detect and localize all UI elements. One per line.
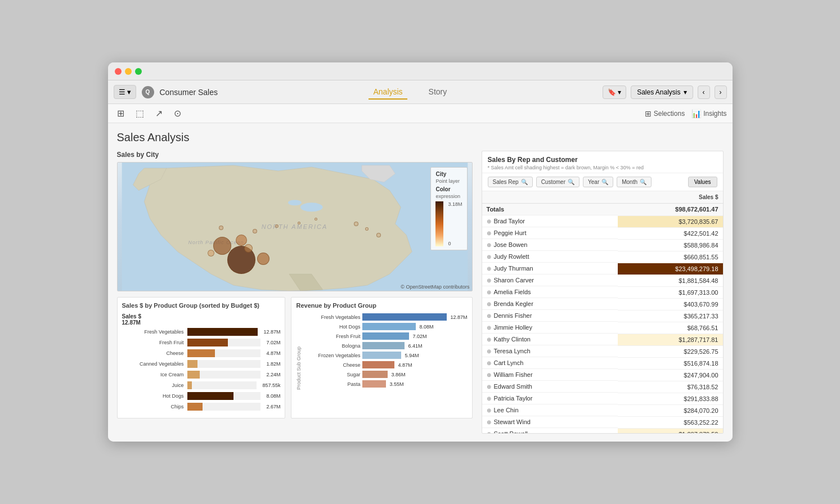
map-section-title: Sales by City [117,151,473,159]
city-bubble-6 [219,226,223,230]
tab-analysis[interactable]: Analysis [369,85,407,100]
expand-icon[interactable]: ⊕ [487,289,491,295]
totals-label: Totals [487,206,505,213]
rep-name-cell: ⊕Scott Powell [482,428,618,433]
rev-value: 7.02M [412,334,426,339]
selections-label: Selections [654,110,685,118]
table-row: ⊕Scott Powell$1,287,879.52 [482,428,723,433]
rev-row: Pasta 3.55M [304,380,467,388]
table-row: ⊕Teresa Lynch$229,526.75 [482,345,723,357]
rep-name-cell: ⊕Teresa Lynch [482,345,618,357]
rev-value: 3.55M [389,381,403,387]
rev-row: Cheese 4.87M [304,361,467,368]
maximize-button[interactable] [135,68,142,75]
sub-toolbar-btn-1[interactable]: ⊞ [114,107,128,120]
hamburger-button[interactable]: ☰ ▾ [114,85,136,99]
expand-icon[interactable]: ⊕ [487,419,491,425]
svg-point-2 [288,200,302,205]
sub-toolbar-btn-3[interactable]: ↗ [152,107,166,120]
rep-name-cell: ⊕Peggie Hurt [482,227,618,239]
rep-name: Sharon Carver [494,277,534,284]
map-svg [118,163,472,291]
city-bubble-5 [208,250,214,256]
bar-value: 12.87M [263,329,280,335]
expand-icon[interactable]: ⊕ [487,395,491,402]
bar-row: Ice Cream 2.24M [122,371,281,379]
expand-icon[interactable]: ⊕ [487,431,491,434]
filter-row: Sales Rep🔍Customer🔍Year🔍Month🔍Values [482,173,723,191]
rep-name: Jose Bowen [494,241,528,248]
sheet-selector[interactable]: Sales Analysis ▾ [631,86,693,99]
selections-button[interactable]: ⊞ Selections [645,109,685,118]
sheet-selector-label: Sales Analysis [637,88,680,96]
bar-track [187,349,261,357]
rep-name-cell: ⊕William Fisher [482,369,618,381]
bookmark-button[interactable]: 🔖 ▾ [603,86,626,99]
filter-chip-month[interactable]: Month🔍 [617,177,652,187]
rep-name-cell: ⊕Jose Bowen [482,239,618,251]
tab-story[interactable]: Story [424,85,452,100]
rep-name: Edward Smith [494,383,532,390]
sub-toolbar-btn-2[interactable]: ⬚ [132,107,147,120]
table-row: ⊕Jose Bowen$588,986.84 [482,239,723,251]
insights-button[interactable]: 📊 Insights [691,109,726,118]
expand-icon[interactable]: ⊕ [487,372,491,378]
insights-label: Insights [703,110,726,118]
sales-by-product-title: Sales $ by Product Group (sorted by Budg… [122,302,281,309]
sales-highlight-val: 12.87M [122,320,141,326]
rev-label: Bologna [304,343,360,349]
expand-icon[interactable]: ⊕ [487,336,491,343]
filter-chip-year[interactable]: Year🔍 [583,177,613,187]
rep-name: Patricia Taylor [494,395,533,402]
expand-icon[interactable]: ⊕ [487,313,491,319]
rev-label: Fresh Fruit [304,334,360,339]
nav-next-button[interactable]: › [715,86,727,99]
rep-name: Judy Thurman [494,265,533,272]
selections-grid-icon: ⊞ [645,109,652,118]
expand-icon[interactable]: ⊕ [487,254,491,260]
bar-label: Ice Cream [122,372,184,377]
table-row: ⊕Brenda Kegler$403,670.99 [482,298,723,310]
bar-track [187,403,261,411]
expand-icon[interactable]: ⊕ [487,218,491,224]
expand-icon[interactable]: ⊕ [487,325,491,331]
map-container[interactable]: NORTH AMERICA North Pacific Ocean [117,162,473,291]
bar-row: Fresh Vegetables 12.87M [122,328,281,336]
sub-toolbar-btn-4[interactable]: ⊙ [170,107,185,120]
toolbar-right: 🔖 ▾ Sales Analysis ▾ ‹ › [603,86,727,99]
revenue-chart-wrapper: Product Sub Group Fresh Vegetables 12.87… [296,313,467,390]
values-button[interactable]: Values [688,177,717,187]
expand-icon[interactable]: ⊕ [487,266,491,272]
rev-row: Fresh Fruit 7.02M [304,332,467,340]
table-row: ⊕Sharon Carver$1,881,584.48 [482,274,723,286]
rev-label: Frozen Vegetables [304,353,360,358]
expand-icon[interactable]: ⊕ [487,384,491,390]
rep-name-cell: ⊕Judy Thurman [482,263,618,274]
rep-name-cell: ⊕Kathy Clinton [482,334,618,345]
rep-name-cell: ⊕Dennis Fisher [482,310,618,322]
sales-rep-panel: Sales By Rep and Customer * Sales Amt ce… [482,151,724,434]
panel-subtitle: * Sales Amt cell shading highest = dark … [488,165,717,170]
expand-icon[interactable]: ⊕ [487,360,491,366]
bar-row: Juice 857.55k [122,381,281,389]
legend-color-label: Color [435,186,462,192]
bar-label: Fresh Fruit [122,340,184,345]
table-row: ⊕Lee Chin$284,070.20 [482,404,723,416]
expand-icon[interactable]: ⊕ [487,277,491,284]
nav-prev-button[interactable]: ‹ [698,86,710,99]
filter-chip-customer[interactable]: Customer🔍 [536,177,580,187]
expand-icon[interactable]: ⊕ [487,301,491,307]
minimize-button[interactable] [125,68,132,75]
expand-icon[interactable]: ⊕ [487,348,491,354]
expand-icon[interactable]: ⊕ [487,230,491,236]
bar-label: Hot Dogs [122,393,184,399]
bar-label: Juice [122,382,184,388]
close-button[interactable] [115,68,122,75]
expand-icon[interactable]: ⊕ [487,242,491,248]
table-container[interactable]: Sales $ Totals$98,672,601.47⊕Brad Taylor… [482,191,723,433]
filter-chip-sales-rep[interactable]: Sales Rep🔍 [488,177,533,187]
expand-icon[interactable]: ⊕ [487,407,491,413]
bar-label: Fresh Vegetables [122,329,184,335]
bar-label: Cheese [122,350,184,356]
bar-value: 8.08M [266,393,280,399]
